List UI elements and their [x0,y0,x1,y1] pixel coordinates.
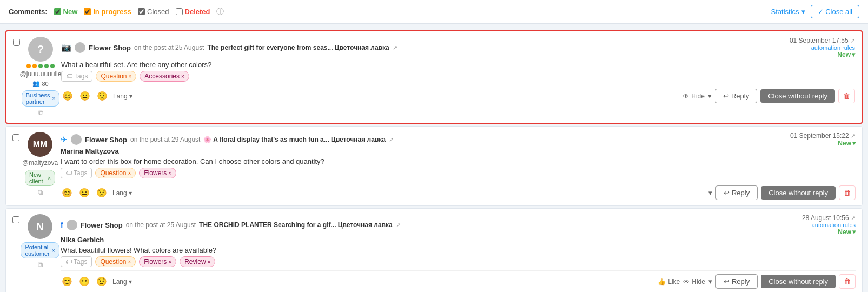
filter-deleted[interactable]: Deleted [176,8,210,16]
avatar: MM [28,132,52,157]
badge-remove[interactable]: × [48,175,51,181]
source-line-wrapper: ✈ Flower Shop on the post at 29 August 🌸… [61,132,856,147]
status-badge[interactable]: New ▾ [769,228,856,236]
filter-closed-checkbox[interactable] [138,8,145,15]
smile-sad-btn[interactable]: 😟 [95,276,108,287]
close-without-reply-button[interactable]: Close without reply [761,275,836,288]
copy-icon[interactable]: ⧉ [38,261,43,269]
smile-sad-btn[interactable]: 😟 [96,91,109,101]
tag-remove[interactable]: × [128,259,131,265]
display-name: Nika Gerbich [61,236,856,244]
expand-button[interactable]: ▾ [708,92,712,100]
hide-label: Hide [692,278,705,286]
tags-input[interactable]: 🏷 Tags [61,168,92,178]
filter-closed[interactable]: Closed [138,8,169,16]
help-icon[interactable]: ⓘ [216,7,224,17]
lang-selector[interactable]: Lang ▾ [112,189,132,197]
badge-remove[interactable]: × [52,96,55,102]
reply-button[interactable]: ↩ Reply [715,274,758,289]
comment-card: N Potential customer × ⧉ f Flower Shop [5,208,863,292]
ext-link[interactable]: ↗ [850,37,855,44]
auto-rules-link[interactable]: automation rules [769,222,856,228]
expand-button[interactable]: ▾ [708,189,712,197]
lang-selector[interactable]: Lang ▾ [113,92,132,100]
smile-happy-btn[interactable]: 😊 [61,188,74,198]
delete-button[interactable]: 🗑 [838,89,855,103]
dot [38,64,43,68]
comment-checkbox-col [12,214,19,289]
statistics-link[interactable]: Statistics ▾ [771,8,805,16]
badge-label: New client [29,171,45,184]
tags-input[interactable]: 🏷 Tags [61,256,92,267]
shop-avatar-small [67,220,77,230]
ext-link[interactable]: ↗ [851,215,856,221]
filter-new-checkbox[interactable] [54,8,61,15]
source-line-wrapper: f Flower Shop on the post at 25 August T… [61,214,856,236]
tag-question: Question × [95,256,136,267]
status-chevron: ▾ [852,51,855,58]
smile-neutral-btn[interactable]: 😐 [78,91,91,101]
hide-button[interactable]: 👁 Hide [683,278,705,286]
avatar-initial: N [36,221,44,233]
delete-button[interactable]: 🗑 [839,185,856,200]
timestamp-col: 01 September 15:22 ↗ New ▾ [769,132,856,147]
status-badge[interactable]: New ▾ [769,140,856,147]
close-without-reply-button[interactable]: Close without reply [761,186,836,200]
badge-remove[interactable]: × [52,248,55,254]
tag-remove[interactable]: × [168,170,171,176]
badge-label: Potential customer [25,244,49,257]
filter-inprogress-checkbox[interactable] [84,8,91,15]
tag-remove[interactable]: × [181,74,184,79]
smile-happy-btn[interactable]: 😊 [61,91,74,101]
tags-row: 🏷 Tags Question × Flowers × [61,168,856,178]
content-col: f Flower Shop on the post at 25 August T… [61,214,856,289]
comment-select-checkbox[interactable] [12,134,19,141]
smile-sad-btn[interactable]: 😟 [95,188,108,198]
actions-right: 👍 Like 👁 Hide ▾ ↩ Reply [658,274,856,289]
close-without-reply-button[interactable]: Close without reply [760,89,835,103]
status-badge[interactable]: New ▾ [768,51,855,58]
smile-happy-btn[interactable]: 😊 [61,276,74,287]
tag-remove[interactable]: × [168,259,171,265]
copy-icon[interactable]: ⧉ [38,109,43,117]
close-all-button[interactable]: ✓ Close all [811,5,859,18]
badge-label: Business partner [26,92,50,105]
tag-question: Question × [95,168,136,178]
avatar: ? [28,37,53,62]
source-left: f Flower Shop on the post at 25 August T… [61,220,401,230]
smile-neutral-btn[interactable]: 😐 [78,276,91,287]
copy-icon[interactable]: ⧉ [38,188,43,197]
external-link-icon[interactable]: ↗ [393,44,397,51]
comment-text: What a beautiful set. Are there any othe… [61,61,855,69]
tag-flowers: Flowers × [139,256,176,267]
ext-link[interactable]: ↗ [851,132,856,139]
tag-remove[interactable]: × [128,170,131,176]
tag-review: Review × [180,256,215,267]
comments-label: Comments: [9,8,48,16]
delete-button[interactable]: 🗑 [839,274,856,289]
tag-remove[interactable]: × [129,74,132,79]
timestamp: 28 August 10:56 ↗ [769,214,856,222]
lang-selector[interactable]: Lang ▾ [112,278,132,286]
shop-name: Flower Shop [81,221,123,229]
comment-select-checkbox[interactable] [12,216,19,223]
like-button[interactable]: 👍 Like [658,278,680,286]
reply-button[interactable]: ↩ Reply [715,185,758,200]
auto-rules-link[interactable]: automation rules [768,44,855,51]
smile-neutral-btn[interactable]: 😐 [78,188,91,198]
post-info: on the post at 25 August [134,44,204,51]
reply-button[interactable]: ↩ Reply [715,89,757,103]
external-link-icon[interactable]: ↗ [389,136,394,143]
source-left: ✈ Flower Shop on the post at 29 August 🌸… [61,134,394,145]
external-link-icon[interactable]: ↗ [396,222,401,229]
comment-select-checkbox[interactable] [13,39,20,46]
filter-deleted-checkbox[interactable] [176,8,183,15]
filter-new[interactable]: New [54,8,78,16]
filter-inprogress[interactable]: In progress [84,8,131,16]
status-chevron: ▾ [852,228,856,236]
followers-dots [26,64,55,68]
hide-button[interactable]: 👁 Hide [683,92,705,100]
tags-input[interactable]: 🏷 Tags [61,71,92,82]
expand-button[interactable]: ▾ [708,277,712,286]
tag-remove[interactable]: × [208,259,211,265]
